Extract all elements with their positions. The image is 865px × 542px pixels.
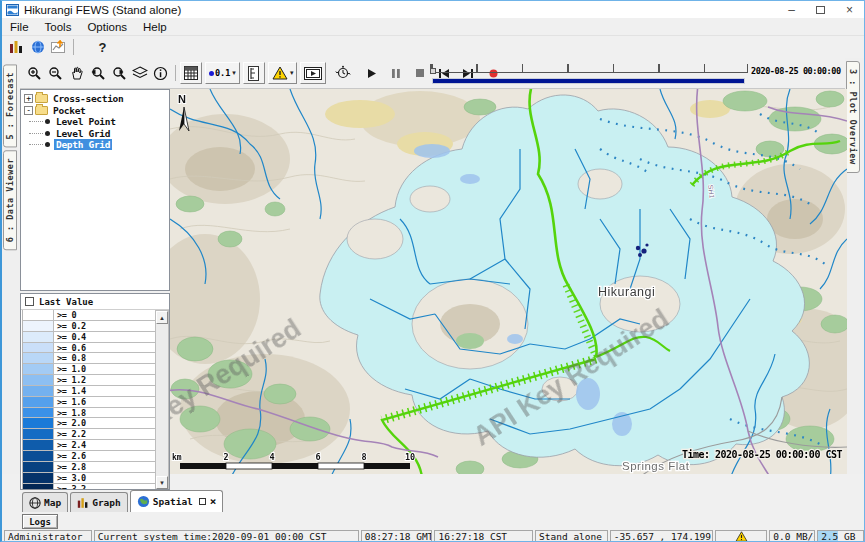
memory-label: 2.5 GB <box>821 531 855 542</box>
time-slider-thumb[interactable] <box>430 68 436 74</box>
legend-row: >= 2.2 <box>23 429 155 440</box>
zoom-previous-icon <box>90 66 106 81</box>
class-break-dropdown[interactable]: 0.1 ▾ <box>205 62 240 84</box>
menu-item[interactable]: Help <box>135 19 175 35</box>
animation-settings-button[interactable] <box>332 63 353 83</box>
tree-item-pocket[interactable]: - Pocket <box>21 105 169 117</box>
status-bar: Administrator Current system time:2020-0… <box>2 529 864 542</box>
movie-play-icon <box>304 67 322 80</box>
globe-icon <box>137 495 150 508</box>
timeseries-button[interactable] <box>48 37 69 57</box>
zoom-in-button[interactable] <box>24 63 45 83</box>
timeline-datetime: 2020-08-25 00:00:00 CST <box>751 66 860 76</box>
menu-item[interactable]: File <box>2 19 37 35</box>
node-bullet-icon <box>45 131 50 136</box>
menu-item[interactable]: Tools <box>37 19 80 35</box>
legend-row: >= 1.8 <box>23 408 155 419</box>
info-button[interactable] <box>150 63 171 83</box>
zoom-previous-button[interactable] <box>87 63 108 83</box>
globe-icon <box>29 497 41 509</box>
pause-button[interactable] <box>385 63 406 83</box>
tree-item-label: Cross-section <box>51 93 125 104</box>
maximize-button[interactable] <box>806 1 835 18</box>
status-download-rate: 0.0 MB/s <box>769 530 815 542</box>
zoom-out-button[interactable] <box>45 63 66 83</box>
locality-label: Springs Flat <box>622 460 690 472</box>
tab-graph[interactable]: Graph <box>70 492 128 512</box>
legend-label: >= 2.8 <box>54 462 86 472</box>
main-toolbar: ? <box>2 36 864 58</box>
tab-forecast[interactable]: 5 : Forecast <box>3 64 17 147</box>
legend-list: >= 0 >= 0.2 >= 0.4 >= 0.6 <box>22 310 155 490</box>
expand-icon[interactable]: + <box>24 94 33 103</box>
zoom-next-icon <box>111 66 127 81</box>
timer-icon <box>335 65 351 81</box>
legend-color-swatch <box>23 386 54 396</box>
scroll-up-button[interactable]: ▲ <box>156 311 168 324</box>
stop-button[interactable] <box>409 63 430 83</box>
minimize-button[interactable]: – <box>777 1 806 18</box>
legend-row: >= 2.4 <box>23 440 155 451</box>
north-label: N <box>178 93 186 105</box>
legend-color-swatch <box>23 451 54 461</box>
legend-row: >= 1.6 <box>23 397 155 408</box>
legend-color-swatch <box>23 321 54 331</box>
close-button[interactable]: × <box>835 1 864 18</box>
tree-item-cross-section[interactable]: + Cross-section <box>21 93 169 105</box>
tab-maximize-icon[interactable] <box>199 498 206 505</box>
legend-label: >= 1.0 <box>54 364 86 374</box>
time-slider-track[interactable] <box>430 64 748 73</box>
tab-map[interactable]: Map <box>22 492 68 512</box>
spatial-map[interactable]: API Key Required API Key Required Hikura… <box>170 89 847 474</box>
layers-button[interactable] <box>129 63 150 83</box>
legend-row: >= 0 <box>23 310 155 321</box>
tree-item-label: Pocket <box>51 105 88 116</box>
time-slider[interactable] <box>430 61 748 86</box>
grid-icon <box>184 66 198 80</box>
zoom-next-button[interactable] <box>108 63 129 83</box>
tree-guide-line <box>29 133 43 134</box>
tree-item-label: Level Grid <box>54 128 112 139</box>
tab-data-viewer[interactable]: 6 : Data Viewer <box>3 150 17 250</box>
legend-row: >= 1.4 <box>23 386 155 397</box>
legend-title: Last Value <box>39 297 93 307</box>
legend-row: >= 2.8 <box>23 462 155 473</box>
legend-color-swatch <box>23 408 54 418</box>
legend-label: >= 2.2 <box>54 429 86 439</box>
profile-button[interactable] <box>243 62 265 84</box>
grid-display-button[interactable] <box>180 62 202 84</box>
legend-scrollbar[interactable]: ▲ ▼ <box>155 310 169 490</box>
chevron-down-icon: ▾ <box>232 69 236 77</box>
collapse-icon[interactable]: - <box>24 106 33 115</box>
legend-label: >= 1.2 <box>54 375 86 385</box>
tab-spatial[interactable]: Spatial × <box>130 490 224 512</box>
play-button[interactable] <box>361 63 382 83</box>
menu-item[interactable]: Options <box>79 19 135 35</box>
bar-chart-icon <box>77 497 89 509</box>
legend-label: >= 0.4 <box>54 332 86 342</box>
help-button[interactable]: ? <box>92 37 113 57</box>
tab-close-icon[interactable]: × <box>210 497 217 507</box>
map-display-button[interactable] <box>27 37 48 57</box>
left-tab-strip: 5 : Forecast 6 : Data Viewer <box>2 58 20 474</box>
explorer-button[interactable] <box>6 37 27 57</box>
scroll-up-icon: ▲ <box>159 315 165 321</box>
legend-color-swatch <box>23 310 54 320</box>
scale-tick-label: 4 <box>269 452 274 462</box>
legend-label: >= 0.8 <box>54 353 86 363</box>
animation-button[interactable] <box>300 62 326 84</box>
thresholds-dropdown[interactable]: ▾ <box>268 62 298 84</box>
scale-tick-label: 6 <box>315 452 320 462</box>
tab-plot-overview[interactable]: 3 : Plot Overview <box>846 61 860 173</box>
scroll-down-button[interactable]: ▼ <box>156 476 168 489</box>
legend-label: >= 3.0 <box>54 473 86 483</box>
pan-button[interactable] <box>66 63 87 83</box>
status-alerts[interactable] <box>715 530 767 542</box>
tree-item-depth-grid[interactable]: Depth Grid <box>21 139 169 151</box>
tree-item-level-point[interactable]: Level Point <box>21 116 169 128</box>
tree-item-level-grid[interactable]: Level Grid <box>21 128 169 140</box>
last-value-checkbox[interactable] <box>25 297 34 306</box>
legend-color-swatch <box>23 429 54 439</box>
tree-item-label: Level Point <box>54 116 118 127</box>
logs-button[interactable]: Logs <box>22 514 58 529</box>
